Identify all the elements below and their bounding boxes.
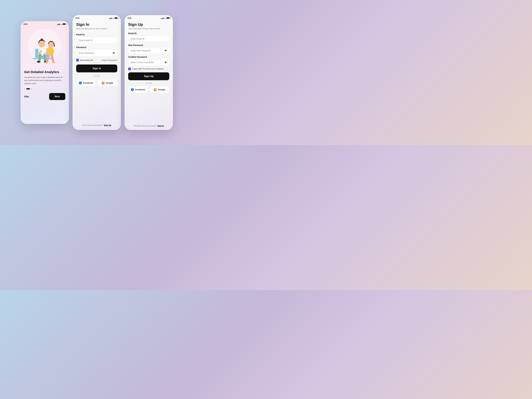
remember-checkbox[interactable]: ✓ xyxy=(76,59,79,62)
signin-link[interactable]: Sign In xyxy=(157,125,164,127)
new-password-input[interactable] xyxy=(128,47,169,54)
onboarding-actions: Skip Next xyxy=(24,93,65,100)
signin-form: Sign In Welcome back you've been missed … xyxy=(73,20,121,130)
signin-phone: 9:41 ▲ Sign In Welcome back you've been … xyxy=(73,15,121,130)
signup-social-buttons-row: f Facebook G Google xyxy=(128,86,169,93)
confirm-password-toggle-icon[interactable]: 👁️ xyxy=(164,61,167,64)
svg-point-11 xyxy=(52,62,55,63)
confirm-password-label: Confirm Password xyxy=(128,56,169,58)
new-password-input-wrapper: 👁️ xyxy=(128,47,169,54)
signup-facebook-label: Facebook xyxy=(135,88,145,91)
signup-email-input-wrapper xyxy=(128,36,169,42)
status-bar-3: 9:41 ▲ xyxy=(125,15,173,20)
dot-3 xyxy=(31,88,32,89)
forgot-password-link[interactable]: Forgot Password? xyxy=(101,59,117,61)
signup-google-label: Google xyxy=(158,88,165,91)
people-illustration xyxy=(27,29,63,65)
signin-or-divider: Or with xyxy=(76,75,117,77)
status-icons-2: ▲ xyxy=(109,17,118,19)
signup-email-label: Email ID xyxy=(128,32,169,35)
signin-subtitle: Welcome back you've been missed xyxy=(76,27,117,30)
signup-google-icon: G xyxy=(154,88,157,91)
wifi-icon-1: ▲ xyxy=(60,23,62,25)
signup-facebook-icon: f xyxy=(131,88,134,91)
signup-form: Sign Up Just a few quick things to get s… xyxy=(125,20,173,130)
signup-title: Sign Up xyxy=(128,22,169,27)
dot-1 xyxy=(24,88,25,89)
svg-point-8 xyxy=(46,47,54,56)
password-field-group: Password 👁️ xyxy=(76,46,117,59)
onboarding-content: Get Detailed Analytics Complete the quiz… xyxy=(20,26,69,124)
confirm-password-input-wrapper: 👁️ xyxy=(128,59,169,66)
signup-subtitle: Just a few quick things to get started xyxy=(128,27,169,30)
google-signin-button[interactable]: G Google xyxy=(98,80,117,87)
signup-email-field-group: Email ID xyxy=(128,32,169,44)
signup-phone: 9:41 ▲ Sign Up Just a few quick things t… xyxy=(125,15,173,130)
facebook-signin-button[interactable]: f Facebook xyxy=(76,80,96,87)
google-icon: G xyxy=(102,81,105,84)
battery-icon-2 xyxy=(114,17,118,19)
wifi-icon-3: ▲ xyxy=(164,17,166,19)
new-password-field-group: New Password 👁️ xyxy=(128,44,169,56)
new-password-toggle-icon[interactable]: 👁️ xyxy=(164,49,167,52)
email-field-group: Email ID xyxy=(76,33,117,46)
wifi-icon-2: ▲ xyxy=(112,17,114,19)
signal-icon-2 xyxy=(109,17,112,19)
password-label: Password xyxy=(76,46,117,49)
status-bar-2: 9:41 ▲ xyxy=(73,15,121,20)
skip-button[interactable]: Skip xyxy=(24,95,29,98)
status-time-3: 9:41 xyxy=(127,17,132,19)
password-input[interactable] xyxy=(76,50,117,56)
battery-icon-3 xyxy=(167,17,170,19)
onboarding-phone: 9:41 ▲ xyxy=(20,21,69,124)
signup-button[interactable]: Sign Up xyxy=(128,72,169,80)
agree-check-icon: ✓ xyxy=(129,68,130,70)
email-input-wrapper xyxy=(76,37,117,44)
svg-point-10 xyxy=(45,62,48,63)
facebook-label: Facebook xyxy=(83,82,93,84)
signal-icon-1 xyxy=(57,23,60,25)
signup-or-divider: Or with xyxy=(128,82,169,84)
remember-left: ✓ Remember Me xyxy=(76,59,93,62)
signin-bottom-text: Don't have an account? Sign Up xyxy=(76,124,117,126)
agree-row: ✓ I Agree With The Terms And Conditions xyxy=(128,68,169,70)
status-time-1: 9:41 xyxy=(24,23,27,25)
signin-title: Sign In xyxy=(76,22,117,27)
or-with-text: Or with xyxy=(94,75,100,77)
next-button[interactable]: Next xyxy=(49,93,65,100)
status-bar-1: 9:41 ▲ xyxy=(20,21,69,26)
facebook-signup-button[interactable]: f Facebook xyxy=(128,86,148,93)
status-time-2: 9:41 xyxy=(76,17,80,19)
social-buttons-row: f Facebook G Google xyxy=(76,80,117,87)
check-icon: ✓ xyxy=(77,59,78,61)
password-toggle-icon[interactable]: 👁️ xyxy=(112,52,115,55)
signup-email-input[interactable] xyxy=(128,36,169,42)
facebook-icon: f xyxy=(79,81,82,84)
agree-label: I Agree With The Terms And Conditions xyxy=(132,68,164,70)
remember-row: ✓ Remember Me Forgot Password? xyxy=(76,59,117,62)
new-password-label: New Password xyxy=(128,44,169,46)
email-input[interactable] xyxy=(76,37,117,44)
onboarding-title: Get Detailed Analytics xyxy=(24,70,65,74)
signup-or-with-text: Or with xyxy=(146,82,152,84)
status-icons-1: ▲ xyxy=(57,23,66,25)
svg-point-6 xyxy=(37,61,40,63)
confirm-password-input[interactable] xyxy=(128,59,169,66)
svg-rect-2 xyxy=(33,58,52,59)
google-signup-button[interactable]: G Google xyxy=(150,86,169,93)
google-label: Google xyxy=(106,82,113,84)
signin-button[interactable]: Sign In xyxy=(76,64,117,72)
battery-icon-1 xyxy=(63,23,66,25)
dot-2 xyxy=(26,88,30,89)
signup-link[interactable]: Sign Up xyxy=(104,124,111,126)
have-account-text: Already have an account? xyxy=(134,125,156,127)
status-icons-3: ▲ xyxy=(161,17,170,19)
email-label: Email ID xyxy=(76,33,117,36)
illustration-area xyxy=(24,26,65,68)
agree-checkbox[interactable]: ✓ xyxy=(128,68,131,70)
signal-icon-3 xyxy=(161,17,164,19)
remember-label: Remember Me xyxy=(80,59,93,61)
no-account-text: Don't have an account? xyxy=(82,124,103,126)
svg-point-5 xyxy=(40,38,43,41)
onboarding-description: Complete the quiz to get a detailed repo… xyxy=(24,76,65,85)
